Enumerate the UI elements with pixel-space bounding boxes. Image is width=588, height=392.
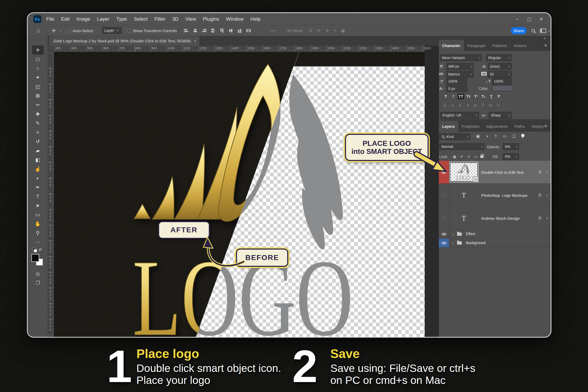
menu-window[interactable]: Window [222, 16, 247, 22]
vertical-scale-field[interactable]: 100% [446, 78, 467, 85]
checkbox-icon[interactable] [128, 29, 131, 32]
rectangular-marquee-tool[interactable]: ◻ [32, 55, 44, 64]
font-style-dropdown[interactable]: Regular∨ [486, 54, 511, 61]
menu-3d[interactable]: 3D [169, 16, 182, 22]
visibility-column[interactable] [439, 207, 449, 229]
filter-adjustment-layers-icon[interactable]: ◑ [482, 134, 491, 138]
panel-menu-icon[interactable]: ≡ [544, 121, 547, 132]
font-size-field[interactable]: 480 px∨ [446, 63, 474, 70]
small-caps-button[interactable]: Tᴛ [465, 93, 472, 100]
history-brush-tool[interactable]: ↺ [32, 137, 44, 146]
search-icon[interactable] [532, 25, 535, 36]
pen-tool[interactable]: ✒ [32, 183, 44, 192]
fx-chevron-icon[interactable]: ∨ [546, 217, 548, 220]
group-chevron-icon[interactable]: › [452, 241, 454, 245]
leading-field[interactable]: (Auto)∨ [488, 63, 512, 70]
fx-chevron-icon[interactable]: ∨ [546, 171, 548, 174]
group-row-effect[interactable]: › Effect [439, 230, 551, 239]
layer-name[interactable]: Photoshop Logo Mockups [481, 193, 528, 198]
3d-camera-icon[interactable]: ◉ [341, 28, 345, 33]
language-dropdown[interactable]: English: UK∨ [440, 112, 479, 119]
visibility-column[interactable] [439, 161, 449, 183]
home-icon[interactable]: ⌂ [37, 25, 40, 36]
menu-view[interactable]: View [182, 16, 199, 22]
menu-edit[interactable]: Edit [58, 16, 73, 22]
filter-toggle-icon[interactable] [521, 134, 524, 137]
tab-patterns[interactable]: Patterns [489, 40, 510, 51]
strikethrough-button[interactable]: Ŧ [495, 93, 503, 100]
tab-properties[interactable]: Properties [458, 121, 483, 132]
close-button[interactable]: ✕ [537, 16, 545, 22]
anti-alias-dropdown[interactable]: Sharp∨ [489, 112, 512, 119]
visibility-column[interactable] [439, 230, 449, 238]
eye-icon[interactable] [441, 170, 447, 174]
tab-character[interactable]: Character [439, 40, 464, 51]
layer-row-type-2[interactable]: T Andrew Skoch Design fx ∨ [439, 207, 551, 230]
brush-tool[interactable]: ✎ [32, 119, 44, 128]
lock-artboard-icon[interactable]: ▭ [472, 155, 479, 159]
auto-select-target-dropdown[interactable]: Layer ∨ [102, 27, 122, 34]
distribute-middle-icon[interactable] [246, 28, 251, 33]
horizontal-scale-field[interactable]: 100% [492, 78, 512, 85]
kerning-field[interactable]: Metrics∨ [446, 71, 474, 78]
group-row-background[interactable]: › Background [439, 239, 551, 247]
dodge-tool[interactable]: ◐ [32, 174, 44, 183]
quick-mask-button[interactable]: ◎ [28, 271, 48, 277]
panel-overflow-icon[interactable]: » [544, 36, 546, 40]
shape-tool[interactable]: ▭ [32, 210, 44, 219]
tab-paragraph[interactable]: Paragraph [464, 40, 489, 51]
eye-icon[interactable] [441, 233, 447, 236]
distribute-center-icon[interactable] [211, 28, 215, 33]
menu-file[interactable]: File [43, 16, 58, 22]
layer-name[interactable]: Andrew Skoch Design [481, 216, 520, 221]
lasso-tool[interactable]: ○ [32, 64, 44, 73]
align-middle-icon[interactable] [228, 28, 233, 33]
faux-italic-button[interactable]: T [449, 93, 457, 100]
menu-filter[interactable]: Filter [151, 16, 169, 22]
clone-stamp-tool[interactable]: ⍟ [32, 128, 44, 137]
swash-button[interactable]: A [464, 102, 471, 108]
3d-slide-icon[interactable]: ⌖ [334, 28, 337, 33]
align-left-icon[interactable] [184, 28, 189, 33]
contextual-alternates-button[interactable]: ø [449, 102, 456, 108]
stylistic-alternates-button[interactable]: aa [471, 102, 479, 108]
eraser-tool[interactable]: ▰ [32, 146, 44, 155]
foreground-color-swatch[interactable] [31, 254, 39, 262]
tab-layers[interactable]: Layers [439, 121, 458, 132]
path-selection-tool[interactable]: ➤ [32, 201, 44, 210]
align-top-icon[interactable] [220, 28, 224, 33]
lock-position-icon[interactable]: ✛ [465, 155, 472, 159]
layer-thumbnail[interactable]: ❑ [450, 162, 478, 182]
menu-image[interactable]: Image [73, 16, 94, 22]
group-name[interactable]: Background [466, 241, 486, 245]
edit-toolbar-icon[interactable]: ⋯ [32, 238, 44, 247]
visibility-empty-icon[interactable] [442, 193, 446, 197]
menu-plugins[interactable]: Plugins [199, 16, 222, 22]
layer-fx-label[interactable]: fx [539, 216, 542, 220]
titling-alternates-button[interactable]: T [479, 102, 487, 108]
visibility-column[interactable] [439, 184, 449, 206]
eyedropper-tool[interactable]: ✑ [32, 100, 44, 109]
lock-all-icon[interactable] [480, 155, 483, 158]
blend-mode-dropdown[interactable]: Normal∨ [439, 143, 484, 150]
lock-transparency-icon[interactable]: ▦ [451, 155, 458, 159]
layer-row-smart-object[interactable]: ❑ Double Click to Edit Text fx ∨ [439, 161, 551, 184]
superscript-button[interactable]: T¹ [472, 93, 480, 100]
text-color-swatch[interactable] [492, 85, 513, 91]
font-family-dropdown[interactable]: Neon Vampire∨ [440, 54, 482, 61]
foreground-background-swatches[interactable] [31, 254, 45, 268]
move-tool-preset-icon[interactable]: ✛ [52, 25, 56, 36]
menu-type[interactable]: Type [113, 16, 130, 22]
show-transform-checkbox[interactable]: Show Transform Controls [128, 25, 177, 36]
align-center-horizontal-icon[interactable] [193, 28, 198, 33]
menu-help[interactable]: Help [247, 16, 264, 22]
fractions-button[interactable]: ½ [494, 102, 502, 108]
eye-icon[interactable] [441, 241, 447, 245]
align-right-icon[interactable] [202, 28, 206, 33]
share-button[interactable]: Share [511, 27, 527, 34]
layer-name[interactable]: Double Click to Edit Text [481, 170, 523, 175]
smudge-tool[interactable]: ☝ [32, 164, 44, 174]
faux-bold-button[interactable]: T [442, 93, 449, 100]
opacity-field[interactable]: 0%∨ [503, 143, 519, 150]
filter-pixel-layers-icon[interactable]: ▣ [474, 134, 482, 139]
